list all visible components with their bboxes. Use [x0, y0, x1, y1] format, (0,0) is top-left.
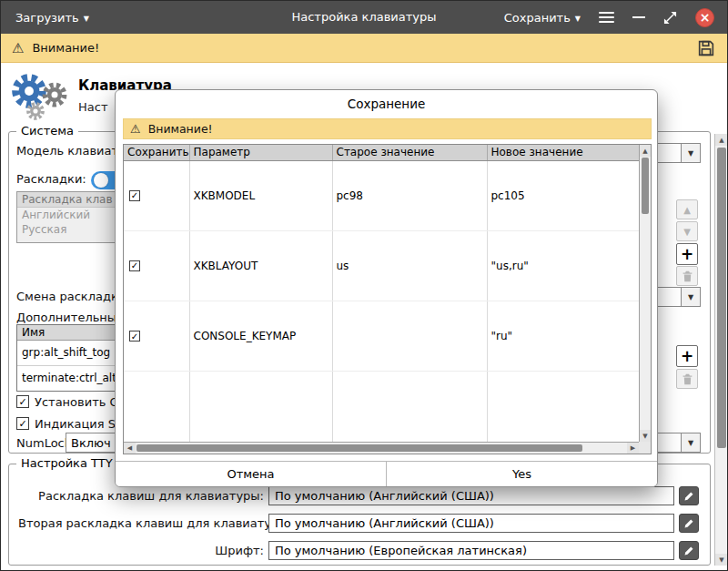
- column-header: Старое значение: [332, 145, 487, 160]
- main-scrollbar[interactable]: ▲ ▼: [714, 134, 728, 566]
- table-row: ✓ XKBMODEL pc98 pc105: [124, 160, 639, 230]
- tty-font-label: Шрифт:: [18, 544, 264, 557]
- layouts-listbox[interactable]: Раскладка клав Английский Русская: [16, 191, 116, 243]
- new-value-cell: "ru": [487, 301, 639, 372]
- tty-layout-label: Раскладка клавиш для клавиатуры:: [36, 489, 264, 503]
- save-dropdown-button[interactable]: Сохранить ▼: [504, 11, 581, 25]
- system-legend: Система: [16, 124, 78, 138]
- dialog-horizontal-scrollbar[interactable]: ◀ ▶: [124, 442, 639, 454]
- table-filler: [124, 372, 639, 442]
- edit-tty-font-button[interactable]: [679, 541, 699, 560]
- dialog-buttons: Отмена Yes: [116, 461, 657, 486]
- scroll-down-icon[interactable]: ▼: [715, 554, 728, 566]
- row-checkbox[interactable]: ✓: [129, 331, 140, 342]
- old-value-cell: [332, 301, 487, 372]
- changes-table: Сохранить Параметр Старое значение Новое…: [123, 144, 652, 454]
- dialog-warning-bar: ⚠ Внимание!: [123, 118, 652, 139]
- check-icon: ✓: [131, 260, 138, 270]
- chevron-down-icon: ▼: [681, 144, 700, 162]
- numlock-value: Включ: [71, 433, 111, 452]
- compose-checkbox-label: Установить Со: [35, 395, 126, 409]
- plus-icon: +: [681, 347, 693, 365]
- edit-tty-second-layout-button[interactable]: [679, 514, 699, 533]
- close-icon[interactable]: ×: [695, 8, 714, 27]
- arrow-up-icon: ▲: [683, 205, 691, 215]
- yes-button[interactable]: Yes: [387, 462, 657, 486]
- list-item[interactable]: Английский: [17, 208, 116, 222]
- scrollbar-thumb[interactable]: [642, 158, 649, 214]
- warning-bar: ⚠ Внимание!: [1, 34, 727, 63]
- old-value-cell: us: [332, 230, 487, 301]
- options-table[interactable]: Имя grp:alt_shift_tog terminate:ctrl_alt: [16, 324, 116, 392]
- scrollbar-corner: [639, 442, 651, 454]
- chevron-down-icon: ▼: [681, 288, 700, 306]
- row-checkbox[interactable]: ✓: [129, 190, 140, 201]
- dialog-title: Сохранение: [116, 90, 657, 116]
- check-icon: ✓: [131, 190, 138, 200]
- scroll-right-icon[interactable]: ▶: [627, 443, 639, 454]
- param-cell: CONSOLE_KEYMAP: [189, 301, 332, 372]
- save-dialog: Сохранение ⚠ Внимание! Сохранить Парамет…: [115, 89, 658, 487]
- tty-second-layout-field[interactable]: По умолчанию (Английский (США)): [268, 514, 674, 533]
- delete-option-button[interactable]: [676, 369, 698, 389]
- delete-layout-button[interactable]: [676, 266, 698, 286]
- pencil-icon: [683, 491, 694, 502]
- param-cell: XKBMODEL: [189, 160, 332, 230]
- table-row[interactable]: grp:alt_shift_tog: [17, 341, 116, 366]
- tty-legend: Настройка TTY: [16, 456, 117, 470]
- save-label: Сохранить: [504, 11, 571, 25]
- chevron-down-icon: ▼: [681, 433, 700, 452]
- add-layout-button[interactable]: +: [676, 243, 698, 265]
- column-header: Новое значение: [487, 145, 639, 160]
- table-row: ✓ XKBLAYOUT us "us,ru": [124, 230, 639, 301]
- minimize-icon[interactable]: [632, 16, 645, 18]
- trash-icon: [682, 270, 693, 282]
- compose-checkbox[interactable]: ✓: [16, 395, 29, 408]
- warning-text: Внимание!: [32, 41, 688, 55]
- tty-font-field[interactable]: По умолчанию (Европейская латинская): [268, 541, 674, 560]
- arrow-down-icon: ▼: [683, 227, 691, 237]
- new-value-cell: pc105: [487, 160, 639, 230]
- edit-tty-layout-button[interactable]: [679, 486, 699, 505]
- layouts-list-header: Раскладка клав: [17, 192, 116, 208]
- titlebar: Загрузить ▼ Настройка клавиатуры Сохрани…: [1, 1, 727, 34]
- plus-icon: +: [681, 245, 693, 263]
- param-cell: XKBLAYOUT: [189, 230, 332, 301]
- scrollbar-thumb[interactable]: [717, 148, 726, 448]
- check-icon: ✓: [18, 396, 26, 408]
- scroll-up-icon[interactable]: ▲: [640, 145, 651, 157]
- trash-icon: [682, 373, 693, 385]
- pencil-icon: [683, 518, 694, 529]
- scroll-left-icon[interactable]: ◀: [124, 443, 136, 454]
- cancel-button[interactable]: Отмена: [116, 462, 387, 486]
- tty-layout-field[interactable]: По умолчанию (Английский (США)): [268, 486, 674, 505]
- old-value-cell: pc98: [332, 160, 487, 230]
- scroll-indicator-checkbox[interactable]: ✓: [16, 417, 29, 430]
- titlebar-actions: Сохранить ▼ ×: [504, 1, 714, 34]
- scroll-up-icon[interactable]: ▲: [715, 134, 728, 146]
- move-up-button[interactable]: ▲: [676, 199, 698, 219]
- warning-icon: ⚠: [12, 40, 24, 56]
- list-item[interactable]: Русская: [17, 222, 116, 237]
- new-value-cell: "us,ru": [487, 230, 639, 301]
- table-header-row: Сохранить Параметр Старое значение Новое…: [124, 145, 639, 160]
- save-icon[interactable]: [696, 38, 716, 58]
- row-checkbox[interactable]: ✓: [129, 260, 140, 271]
- dialog-vertical-scrollbar[interactable]: ▲ ▼: [639, 145, 651, 442]
- menu-icon[interactable]: [599, 12, 614, 23]
- chevron-down-icon: ▼: [575, 15, 581, 23]
- scroll-indicator-checkbox-label: Индикация Sc: [35, 417, 122, 431]
- scrollbar-thumb[interactable]: [136, 444, 582, 452]
- move-down-button[interactable]: ▼: [676, 221, 698, 241]
- page-subtitle: Наст: [78, 100, 107, 114]
- scroll-down-icon[interactable]: ▼: [640, 430, 651, 442]
- column-header: Параметр: [189, 145, 332, 160]
- keyboard-settings-window: Загрузить ▼ Настройка клавиатуры Сохрани…: [0, 0, 728, 571]
- table-row[interactable]: terminate:ctrl_alt: [17, 366, 116, 391]
- table-row: ✓ CONSOLE_KEYMAP "ru": [124, 301, 639, 372]
- check-icon: ✓: [18, 418, 26, 430]
- layout-switch-label: Смена раскладки: [16, 290, 126, 303]
- expand-icon[interactable]: [663, 11, 677, 25]
- options-table-header: Имя: [17, 325, 116, 341]
- add-option-button[interactable]: +: [676, 345, 698, 367]
